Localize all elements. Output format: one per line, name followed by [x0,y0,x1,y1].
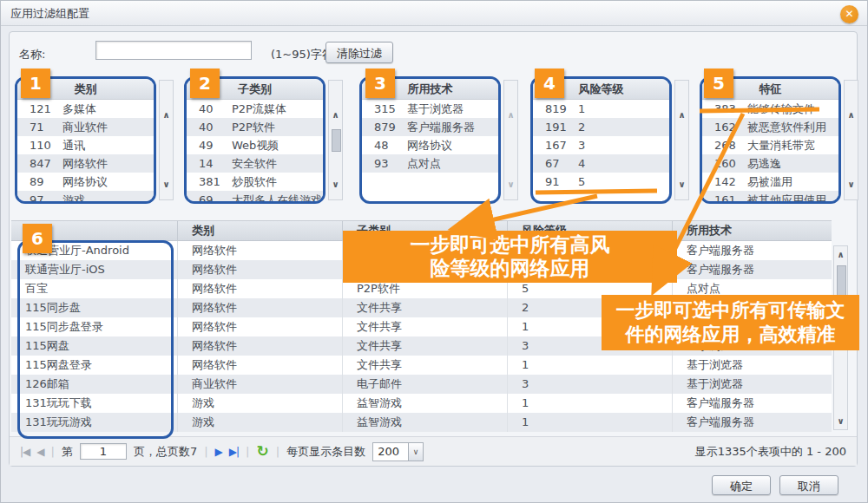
ok-button[interactable]: 确定 [712,475,771,495]
table-cell: 客户端服务器 [673,241,832,260]
column-header-technology[interactable]: 所用技术 [673,221,832,240]
table-cell: 联通营业厅-iOS [11,260,178,279]
filter-scrollbar[interactable]: ∧∨ [674,80,689,200]
filter-row[interactable]: 161被其他应用使用 [702,191,838,204]
next-page-button[interactable]: ▶ [215,446,222,458]
table-row[interactable]: 131玩玩下载游戏益智游戏1客户端服务器 [11,394,832,413]
scroll-down-icon[interactable]: ∨ [834,416,847,426]
filter-row[interactable]: 315基于浏览器 [362,100,498,118]
filter-count: 71 [17,118,62,136]
table-cell: 商业软件 [178,375,343,394]
cancel-button[interactable]: 取消 [779,475,838,495]
table-row[interactable]: 126邮箱商业软件电子邮件3基于浏览器 [11,375,832,394]
filter-row[interactable]: 1912 [533,118,669,136]
filter-row[interactable]: 14安全软件 [187,154,323,173]
filter-count: 110 [17,136,62,154]
filter-row[interactable]: 110通讯 [17,136,154,154]
filter-row[interactable]: 8191 [533,100,669,118]
filter-row[interactable]: 381炒股软件 [187,173,323,191]
filter-row[interactable]: 40P2P软件 [187,118,323,136]
filter-label: 能够传输文件 [747,100,838,118]
scroll-up-icon[interactable]: ∧ [329,110,342,120]
name-input[interactable] [95,41,252,60]
filter-label: 易被滥用 [747,173,838,191]
refresh-icon[interactable]: ↻ [256,444,268,459]
filter-scrollbar[interactable]: ∧∨ [159,80,174,200]
filter-count: 121 [17,100,62,118]
page-number-input[interactable] [80,443,127,460]
filter-row[interactable]: 49Web视频 [187,136,323,154]
table-cell: 益智游戏 [343,413,508,432]
scroll-thumb[interactable] [837,265,846,297]
scroll-up-icon[interactable]: ∧ [504,110,517,120]
filter-row[interactable]: 383能够传输文件 [702,100,838,118]
filter-label: 点对点 [407,154,498,173]
scroll-up-icon[interactable]: ∧ [845,110,858,120]
filter-scrollbar[interactable]: ∧∨ [328,80,343,200]
filter-row[interactable]: 97游戏 [17,191,154,204]
filter-count: 191 [533,118,578,136]
scroll-down-icon[interactable]: ∨ [675,180,688,189]
table-cell: 网络软件 [178,317,343,336]
clear-filter-button[interactable]: 清除过滤 [326,42,393,63]
filter-count: 67 [533,154,578,173]
filter-label: P2P软件 [232,118,323,136]
close-icon[interactable]: ✕ [840,5,858,23]
filter-scrollbar[interactable]: ∧∨ [844,80,858,200]
scroll-down-icon[interactable]: ∨ [329,180,342,189]
filter-scrollbar[interactable]: ∧∨ [503,80,518,200]
per-page-select[interactable]: 200 ∨ [372,442,424,461]
scroll-up-icon[interactable]: ∧ [160,110,173,120]
filter-row[interactable]: 268大量消耗带宽 [702,136,838,154]
filter-count: 93 [362,154,407,173]
filter-row[interactable]: 69大型多人在线游戏 [187,191,323,204]
scroll-down-icon[interactable]: ∨ [845,180,858,189]
step-badge-4: 4 [535,69,564,98]
scroll-down-icon[interactable]: ∨ [160,180,173,189]
table-cell: 115网盘 [11,336,178,356]
table-cell: 1 [508,413,673,432]
step-badge-3: 3 [365,69,395,98]
filter-row[interactable]: 71商业软件 [17,118,154,136]
pagination-bar: |◀ ◀ | 第 页，总页数7 | ▶ ▶| | ↻ | 每页显示条目数 200… [10,436,857,466]
filter-row[interactable]: 162被恶意软件利用 [702,118,838,136]
table-cell: 126邮箱 [11,375,178,394]
filter-row[interactable]: 89网络协议 [17,173,154,191]
filter-count: 40 [187,118,232,136]
range-info: 显示1335个表项中的 1 - 200 [695,444,846,460]
last-page-button[interactable]: ▶| [229,446,239,458]
filter-row[interactable]: 93点对点 [362,154,498,173]
table-row[interactable]: 131玩玩游戏游戏益智游戏1客户端服务器 [11,413,832,432]
table-cell: 文件共享 [343,356,508,375]
filter-row[interactable]: 121多媒体 [17,100,154,118]
scroll-up-icon[interactable]: ∧ [834,250,847,259]
filter-row[interactable]: 674 [533,154,669,173]
table-row[interactable]: 115网盘登录网络软件文件共享1基于浏览器 [11,356,832,375]
filter-count: 162 [702,118,747,136]
filter-row[interactable]: 142易被滥用 [702,173,838,191]
first-page-button[interactable]: |◀ [20,446,30,458]
scroll-thumb[interactable] [332,129,341,152]
filter-row[interactable]: 879客户端服务器 [362,118,498,136]
table-cell: 115网盘登录 [11,356,178,375]
filter-label: 多媒体 [62,100,154,118]
filter-count: 69 [187,191,232,204]
filter-row[interactable]: 48网络协议 [362,136,498,154]
filter-label: 网络协议 [407,136,498,154]
scroll-up-icon[interactable]: ∧ [675,110,688,120]
filter-label: 游戏 [62,191,154,204]
column-header-category[interactable]: 类别 [178,221,343,240]
page-suffix-label: 页，总页数7 [134,444,197,460]
filter-row[interactable]: 40P2P流媒体 [187,100,323,118]
table-cell: 文件共享 [343,317,508,336]
prev-page-button[interactable]: ◀ [36,446,43,458]
filter-row[interactable]: 160易逃逸 [702,154,838,173]
step-badge-2: 2 [190,69,220,98]
scroll-down-icon[interactable]: ∨ [504,180,517,189]
filter-label: 大型多人在线游戏 [232,191,323,204]
filter-row[interactable]: 915 [533,173,669,191]
filter-row[interactable]: 1673 [533,136,669,154]
name-hint: (1~95)字符 [271,47,333,62]
filter-count: 268 [702,136,747,154]
filter-row[interactable]: 847网络软件 [17,154,154,173]
